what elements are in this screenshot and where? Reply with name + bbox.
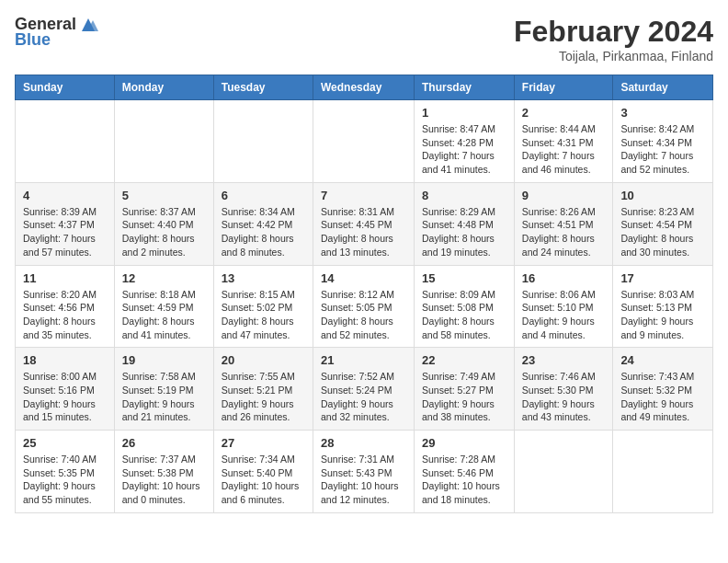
week-row-2: 11Sunrise: 8:20 AMSunset: 4:56 PMDayligh… <box>16 265 713 348</box>
day-number: 22 <box>422 353 506 367</box>
calendar-cell: 3Sunrise: 8:42 AMSunset: 4:34 PMDaylight… <box>613 100 713 183</box>
cell-info: Sunrise: 8:37 AMSunset: 4:40 PMDaylight:… <box>122 205 206 259</box>
calendar-cell: 29Sunrise: 7:28 AMSunset: 5:46 PMDayligh… <box>415 431 515 513</box>
day-number: 28 <box>321 436 406 450</box>
cell-info: Sunrise: 8:18 AMSunset: 4:59 PMDaylight:… <box>122 288 206 342</box>
calendar-cell: 18Sunrise: 8:00 AMSunset: 5:16 PMDayligh… <box>16 348 115 431</box>
cell-info: Sunrise: 8:34 AMSunset: 4:42 PMDaylight:… <box>222 205 305 259</box>
calendar-cell: 20Sunrise: 7:55 AMSunset: 5:21 PMDayligh… <box>213 348 313 431</box>
calendar-cell: 12Sunrise: 8:18 AMSunset: 4:59 PMDayligh… <box>114 265 213 348</box>
day-number: 5 <box>122 189 206 202</box>
col-sunday: Sunday <box>16 75 115 100</box>
calendar-cell: 13Sunrise: 8:15 AMSunset: 5:02 PMDayligh… <box>213 265 313 348</box>
calendar-cell: 2Sunrise: 8:44 AMSunset: 4:31 PMDaylight… <box>514 100 613 183</box>
day-number: 9 <box>522 189 606 202</box>
cell-info: Sunrise: 8:20 AMSunset: 4:56 PMDaylight:… <box>23 288 107 342</box>
cell-info: Sunrise: 8:00 AMSunset: 5:16 PMDaylight:… <box>23 370 107 424</box>
col-thursday: Thursday <box>415 75 515 100</box>
calendar-cell <box>514 431 613 513</box>
day-number: 8 <box>422 189 506 202</box>
week-row-0: 1Sunrise: 8:47 AMSunset: 4:28 PMDaylight… <box>16 100 713 183</box>
cell-info: Sunrise: 8:47 AMSunset: 4:28 PMDaylight:… <box>422 122 506 177</box>
calendar-cell <box>16 100 115 183</box>
calendar-cell: 6Sunrise: 8:34 AMSunset: 4:42 PMDaylight… <box>213 182 313 265</box>
day-number: 19 <box>122 353 206 367</box>
day-number: 2 <box>522 106 606 120</box>
day-number: 14 <box>321 271 406 285</box>
main-title: February 2024 <box>514 15 713 49</box>
day-number: 26 <box>122 436 206 450</box>
calendar-cell: 15Sunrise: 8:09 AMSunset: 5:08 PMDayligh… <box>415 265 515 348</box>
calendar-cell <box>114 100 213 183</box>
col-friday: Friday <box>514 75 613 100</box>
col-tuesday: Tuesday <box>213 75 313 100</box>
col-saturday: Saturday <box>613 75 713 100</box>
day-number: 25 <box>23 436 107 450</box>
cell-info: Sunrise: 7:40 AMSunset: 5:35 PMDaylight:… <box>23 453 107 507</box>
cell-info: Sunrise: 8:29 AMSunset: 4:48 PMDaylight:… <box>422 205 506 259</box>
cell-info: Sunrise: 8:09 AMSunset: 5:08 PMDaylight:… <box>422 288 506 342</box>
day-number: 29 <box>422 436 506 450</box>
day-number: 4 <box>23 189 107 202</box>
day-number: 7 <box>321 189 406 202</box>
day-number: 10 <box>620 189 705 202</box>
day-number: 27 <box>222 436 305 450</box>
day-number: 20 <box>222 353 305 367</box>
day-number: 12 <box>122 271 206 285</box>
cell-info: Sunrise: 7:34 AMSunset: 5:40 PMDaylight:… <box>222 453 305 507</box>
cell-info: Sunrise: 7:37 AMSunset: 5:38 PMDaylight:… <box>122 453 206 507</box>
calendar-cell: 25Sunrise: 7:40 AMSunset: 5:35 PMDayligh… <box>16 431 115 513</box>
cell-info: Sunrise: 7:46 AMSunset: 5:30 PMDaylight:… <box>522 370 606 424</box>
cell-info: Sunrise: 7:52 AMSunset: 5:24 PMDaylight:… <box>321 370 406 424</box>
day-number: 1 <box>422 106 506 120</box>
page-header: General Blue February 2024 Toijala, Pirk… <box>15 15 713 63</box>
day-number: 15 <box>422 271 506 285</box>
cell-info: Sunrise: 8:03 AMSunset: 5:13 PMDaylight:… <box>620 288 705 342</box>
week-row-1: 4Sunrise: 8:39 AMSunset: 4:37 PMDaylight… <box>16 182 713 265</box>
day-number: 3 <box>620 106 705 120</box>
cell-info: Sunrise: 7:49 AMSunset: 5:27 PMDaylight:… <box>422 370 506 424</box>
calendar-cell: 7Sunrise: 8:31 AMSunset: 4:45 PMDaylight… <box>313 182 414 265</box>
calendar-cell: 10Sunrise: 8:23 AMSunset: 4:54 PMDayligh… <box>613 182 713 265</box>
cell-info: Sunrise: 8:44 AMSunset: 4:31 PMDaylight:… <box>522 122 606 177</box>
cell-info: Sunrise: 8:39 AMSunset: 4:37 PMDaylight:… <box>23 205 107 259</box>
day-number: 17 <box>620 271 705 285</box>
subtitle: Toijala, Pirkanmaa, Finland <box>514 49 713 63</box>
header-row: Sunday Monday Tuesday Wednesday Thursday… <box>16 75 713 100</box>
cell-info: Sunrise: 8:15 AMSunset: 5:02 PMDaylight:… <box>222 288 305 342</box>
cell-info: Sunrise: 7:55 AMSunset: 5:21 PMDaylight:… <box>222 370 305 424</box>
calendar-table: Sunday Monday Tuesday Wednesday Thursday… <box>15 75 713 513</box>
title-block: February 2024 Toijala, Pirkanmaa, Finlan… <box>514 15 713 63</box>
calendar-cell: 27Sunrise: 7:34 AMSunset: 5:40 PMDayligh… <box>213 431 313 513</box>
cell-info: Sunrise: 8:31 AMSunset: 4:45 PMDaylight:… <box>321 205 406 259</box>
day-number: 24 <box>620 353 705 367</box>
cell-info: Sunrise: 8:06 AMSunset: 5:10 PMDaylight:… <box>522 288 606 342</box>
logo: General Blue <box>15 15 98 50</box>
cell-info: Sunrise: 7:28 AMSunset: 5:46 PMDaylight:… <box>422 453 506 507</box>
calendar-cell: 23Sunrise: 7:46 AMSunset: 5:30 PMDayligh… <box>514 348 613 431</box>
week-row-4: 25Sunrise: 7:40 AMSunset: 5:35 PMDayligh… <box>16 431 713 513</box>
day-number: 23 <box>522 353 606 367</box>
day-number: 18 <box>23 353 107 367</box>
cell-info: Sunrise: 7:31 AMSunset: 5:43 PMDaylight:… <box>321 453 406 507</box>
day-number: 6 <box>222 189 305 202</box>
cell-info: Sunrise: 7:43 AMSunset: 5:32 PMDaylight:… <box>620 370 705 424</box>
calendar-cell: 22Sunrise: 7:49 AMSunset: 5:27 PMDayligh… <box>415 348 515 431</box>
calendar-cell: 8Sunrise: 8:29 AMSunset: 4:48 PMDaylight… <box>415 182 515 265</box>
day-number: 16 <box>522 271 606 285</box>
calendar-cell: 1Sunrise: 8:47 AMSunset: 4:28 PMDaylight… <box>415 100 515 183</box>
cell-info: Sunrise: 7:58 AMSunset: 5:19 PMDaylight:… <box>122 370 206 424</box>
logo-blue: Blue <box>15 30 51 50</box>
cell-info: Sunrise: 8:23 AMSunset: 4:54 PMDaylight:… <box>620 205 705 259</box>
calendar-cell: 19Sunrise: 7:58 AMSunset: 5:19 PMDayligh… <box>114 348 213 431</box>
calendar-cell: 21Sunrise: 7:52 AMSunset: 5:24 PMDayligh… <box>313 348 414 431</box>
calendar-cell: 17Sunrise: 8:03 AMSunset: 5:13 PMDayligh… <box>613 265 713 348</box>
day-number: 21 <box>321 353 406 367</box>
day-number: 13 <box>222 271 305 285</box>
calendar-cell: 14Sunrise: 8:12 AMSunset: 5:05 PMDayligh… <box>313 265 414 348</box>
calendar-cell: 11Sunrise: 8:20 AMSunset: 4:56 PMDayligh… <box>16 265 115 348</box>
calendar-cell: 9Sunrise: 8:26 AMSunset: 4:51 PMDaylight… <box>514 182 613 265</box>
logo-icon <box>78 17 98 33</box>
cell-info: Sunrise: 8:12 AMSunset: 5:05 PMDaylight:… <box>321 288 406 342</box>
calendar-cell <box>613 431 713 513</box>
